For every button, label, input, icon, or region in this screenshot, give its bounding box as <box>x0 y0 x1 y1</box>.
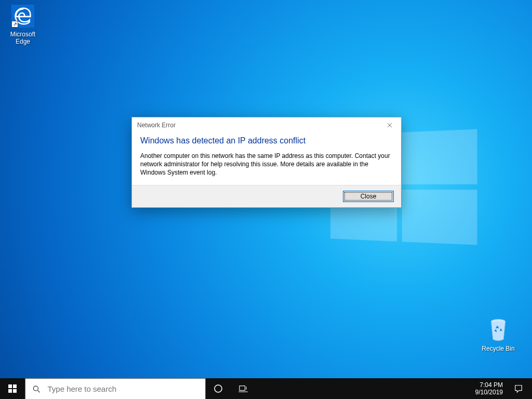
svg-rect-8 <box>240 386 245 391</box>
taskbar: 7:04 PM 9/10/2019 <box>0 378 532 399</box>
desktop-icon-label: Recycle Bin <box>479 345 517 352</box>
svg-line-6 <box>37 390 39 392</box>
dialog-headline: Windows has detected an IP address confl… <box>140 136 393 145</box>
dialog-titlebar[interactable]: Network Error <box>132 117 401 133</box>
svg-point-7 <box>215 385 222 392</box>
search-icon <box>33 385 40 393</box>
search-input[interactable] <box>46 384 198 394</box>
task-view-icon <box>238 385 248 392</box>
desktop-icon-edge[interactable]: ↗ Microsoft Edge <box>4 4 42 45</box>
clock-time: 7:04 PM <box>475 381 503 389</box>
start-button[interactable] <box>0 378 25 399</box>
system-tray: 7:04 PM 9/10/2019 <box>470 378 532 399</box>
svg-rect-3 <box>8 389 12 393</box>
windows-start-icon <box>8 384 17 393</box>
shortcut-overlay-icon: ↗ <box>11 21 18 28</box>
desktop-icon-recycle-bin[interactable]: Recycle Bin <box>479 318 517 352</box>
dialog-close-x-button[interactable] <box>378 117 401 133</box>
dialog-footer: Close <box>132 185 401 207</box>
dialog-body: Windows has detected an IP address confl… <box>132 133 401 185</box>
network-error-dialog: Network Error Windows has detected an IP… <box>131 117 402 208</box>
taskbar-clock[interactable]: 7:04 PM 9/10/2019 <box>470 381 508 396</box>
close-button[interactable]: Close <box>343 191 394 202</box>
action-center-button[interactable] <box>508 384 529 393</box>
notification-icon <box>514 384 523 393</box>
cortana-circle-icon <box>214 384 223 393</box>
dialog-title: Network Error <box>137 122 176 129</box>
desktop[interactable]: ↗ Microsoft Edge Recycle Bin Network Err… <box>0 0 532 378</box>
close-icon <box>387 123 392 128</box>
svg-point-5 <box>33 386 38 391</box>
task-view-button[interactable] <box>231 378 256 399</box>
svg-rect-1 <box>8 384 12 388</box>
edge-icon: ↗ <box>10 4 35 29</box>
svg-rect-4 <box>13 389 17 393</box>
dialog-message: Another computer on this network has the… <box>140 152 393 177</box>
desktop-icon-label: Microsoft Edge <box>4 31 42 45</box>
cortana-button[interactable] <box>206 378 231 399</box>
taskbar-search[interactable] <box>25 378 206 399</box>
clock-date: 9/10/2019 <box>475 389 503 396</box>
recycle-bin-icon <box>486 318 511 343</box>
svg-rect-2 <box>13 384 17 388</box>
